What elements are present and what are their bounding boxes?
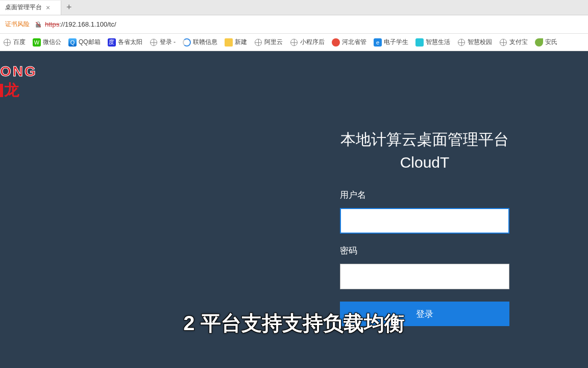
- globe-icon: [499, 38, 507, 47]
- login-heading: 本地计算云桌面管理平台 CloudT: [328, 128, 522, 174]
- globe-icon: [254, 38, 262, 47]
- bookmark-label: 小程序后: [300, 38, 325, 47]
- username-label: 用户名: [340, 189, 509, 201]
- bookmark-label: 电子学生: [384, 38, 408, 47]
- url-scheme: https: [45, 20, 59, 28]
- new-tab-button[interactable]: +: [66, 2, 72, 13]
- bookmark-label: 阿里云: [264, 38, 283, 47]
- bookmark-item[interactable]: 新建: [225, 38, 247, 47]
- app-icon: e: [374, 38, 382, 47]
- password-input[interactable]: [340, 264, 509, 289]
- bookmark-label: 智慧校园: [468, 38, 492, 47]
- bookmark-label: 登录 -: [160, 38, 176, 47]
- bookmark-item[interactable]: 度各省太阳: [108, 38, 142, 47]
- heading-line2: CloudT: [328, 151, 522, 174]
- bookmark-item[interactable]: 智慧校园: [457, 38, 492, 47]
- browser-tab[interactable]: 桌面管理平台 ×: [0, 1, 61, 15]
- bookmark-label: 各省太阳: [118, 38, 142, 47]
- qq-icon: Q: [68, 38, 77, 47]
- wechat-icon: W: [33, 38, 41, 47]
- bookmark-label: 联赣信息: [193, 38, 217, 47]
- ring-icon: [183, 38, 191, 47]
- page-content: ONG 龙 本地计算云桌面管理平台 CloudT 用户名 密码 登录 2 平台支…: [0, 51, 588, 368]
- tab-title: 桌面管理平台: [5, 3, 42, 12]
- leaf-icon: [535, 38, 543, 47]
- bookmark-item[interactable]: 小程序后: [290, 38, 325, 47]
- bookmark-label: 支付宝: [509, 38, 528, 47]
- globe-icon: [3, 38, 11, 47]
- app-icon: [332, 38, 340, 47]
- bookmark-label: QQ邮箱: [79, 38, 101, 47]
- brand-logo: ONG 龙: [0, 63, 37, 101]
- username-input[interactable]: [340, 208, 509, 234]
- bookmark-item[interactable]: 阿里云: [254, 38, 283, 47]
- bookmark-item[interactable]: 支付宝: [499, 38, 528, 47]
- address-bar: 证书风险 https://192.168.1.100/tc/: [0, 15, 588, 34]
- password-label: 密码: [340, 245, 509, 257]
- bookmark-item[interactable]: 百度: [3, 38, 26, 47]
- globe-icon: [290, 38, 298, 47]
- close-icon[interactable]: ×: [46, 4, 50, 12]
- bookmark-item[interactable]: 河北省管: [332, 38, 366, 47]
- globe-icon: [457, 38, 465, 47]
- baidu-icon: 度: [108, 38, 116, 47]
- app-icon: [415, 38, 424, 47]
- bookmark-label: 智慧生活: [426, 38, 450, 47]
- url-rest: ://192.168.1.100/tc/: [59, 20, 116, 28]
- bookmark-item[interactable]: QQQ邮箱: [68, 38, 101, 47]
- logo-text-top: ONG: [0, 63, 37, 80]
- bookmarks-bar: 百度W微信公QQQ邮箱度各省太阳登录 -联赣信息新建阿里云小程序后河北省管e电子…: [0, 34, 588, 51]
- globe-icon: [150, 38, 158, 47]
- video-caption: 2 平台支持支持负载均衡: [183, 309, 404, 337]
- bookmark-label: 新建: [235, 38, 247, 47]
- cert-warning[interactable]: 证书风险: [5, 20, 30, 29]
- login-panel: 本地计算云桌面管理平台 CloudT 用户名 密码 登录: [328, 128, 522, 326]
- folder-icon: [225, 38, 233, 47]
- bookmark-label: 安氏: [545, 38, 557, 47]
- url-display[interactable]: https://192.168.1.100/tc/: [45, 20, 116, 28]
- browser-tabs-bar: 桌面管理平台 × +: [0, 0, 588, 15]
- bookmark-item[interactable]: 安氏: [535, 38, 557, 47]
- bookmark-item[interactable]: W微信公: [33, 38, 61, 47]
- bookmark-item[interactable]: 联赣信息: [183, 38, 217, 47]
- bookmark-label: 百度: [13, 38, 26, 47]
- lock-insecure-icon: [35, 21, 42, 28]
- bookmark-label: 河北省管: [342, 38, 366, 47]
- logo-text-bottom: 龙: [0, 80, 37, 101]
- bookmark-item[interactable]: 登录 -: [150, 38, 176, 47]
- bookmark-item[interactable]: e电子学生: [374, 38, 408, 47]
- bookmark-label: 微信公: [43, 38, 61, 47]
- login-form: 用户名 密码 登录: [328, 189, 522, 326]
- bookmark-item[interactable]: 智慧生活: [415, 38, 450, 47]
- heading-line1: 本地计算云桌面管理平台: [328, 128, 522, 151]
